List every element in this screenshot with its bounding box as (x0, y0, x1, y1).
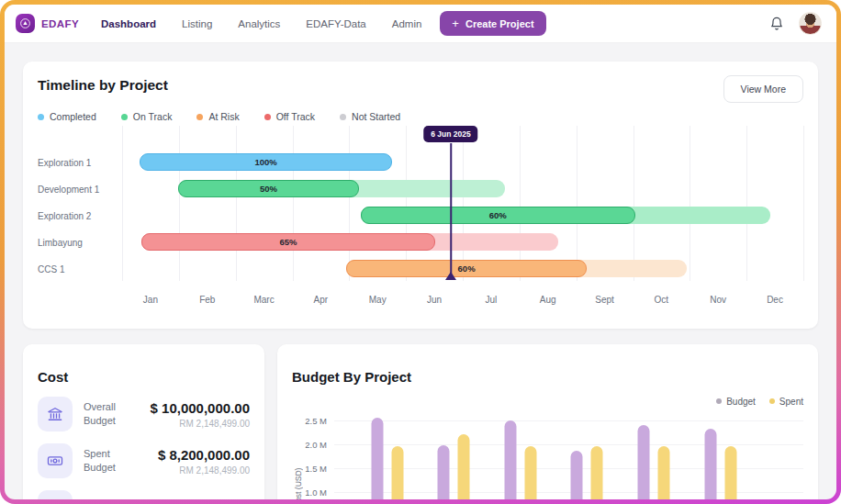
legend-label: Completed (50, 111, 96, 122)
y-tick-label: 1.5 M (305, 463, 327, 473)
legend-item-not-started: Not Started (340, 111, 400, 122)
nav-item-admin[interactable]: Admin (392, 18, 422, 29)
month-label-feb: Feb (179, 295, 236, 305)
gantt-row-label: Limbayung (38, 230, 122, 256)
budget-legend-dot-spent (769, 398, 775, 404)
month-label-jan: Jan (122, 295, 179, 305)
view-more-button[interactable]: View More (723, 75, 803, 103)
gantt-plot-area: 100%50%60%65%60% JanFebMarcAprMayJunJulA… (122, 126, 803, 305)
legend-dot-not-started (340, 114, 346, 120)
nav-menu: DashboardListingAnalyticsEDAFY-DataAdmin (101, 18, 421, 29)
app-window-frame: EDAFY DashboardListingAnalyticsEDAFY-Dat… (0, 0, 841, 504)
month-label-oct: Oct (633, 295, 690, 305)
gantt-bar-progress-label: 100% (254, 157, 276, 167)
create-project-label: Create Project (465, 18, 534, 29)
create-project-button[interactable]: + Create Project (440, 11, 545, 36)
month-label-dec: Dec (746, 295, 803, 305)
legend-label: At Risk (208, 111, 239, 122)
gantt-row-label: Exploration 2 (38, 203, 122, 230)
month-label-jul: Jul (463, 295, 520, 305)
nav-item-dashboard[interactable]: Dashboard (101, 18, 156, 29)
date-marker-badge: 6 Jun 2025 (423, 126, 477, 142)
cost-rows: Overall Budget$ 10,000,000.00RM 2,148,49… (38, 397, 250, 499)
timeline-title: Timeline by Project (38, 77, 168, 94)
bar-spent-3[interactable] (524, 446, 536, 499)
gantt-bar-exploration-1[interactable]: 100% (140, 153, 392, 171)
bar-group-3 (504, 407, 536, 499)
gantt-row-label: Development 1 (38, 176, 122, 203)
budget-legend: BudgetSpent (292, 397, 803, 407)
gantt-row-limbayung: 65% (122, 230, 803, 256)
budget-title: Budget By Project (292, 369, 803, 385)
budget-by-project-card: Budget By Project BudgetSpent Cost (USD)… (277, 344, 818, 499)
bar-spent-2[interactable] (458, 434, 470, 499)
gantt-month-axis: JanFebMarcAprMayJunJulAugSeptOctNovDec (122, 295, 803, 305)
month-label-aug: Aug (520, 295, 577, 305)
nav-item-listing[interactable]: Listing (182, 18, 212, 29)
bar-spent-4[interactable] (591, 446, 603, 499)
legend-label: Off Track (276, 111, 315, 122)
month-label-sept: Sept (577, 295, 634, 305)
month-label-apr: Apr (292, 295, 349, 305)
cost-rm-value: RM 2,148,499.00 (158, 465, 250, 476)
gantt-bar-progress-label: 60% (489, 210, 507, 220)
budget-y-axis-ticks: 2.5 M2.0 M1.5 M1.0 M (305, 407, 334, 499)
cost-row-label: Overall Budget (84, 400, 140, 430)
brand[interactable]: EDAFY (16, 14, 79, 33)
bar-spent-6[interactable] (724, 446, 736, 499)
nav-item-edafy-data[interactable]: EDAFY-Data (306, 18, 365, 29)
bar-budget-6[interactable] (704, 429, 716, 499)
gantt-bar-progress-label: 60% (458, 263, 476, 274)
y-tick-label: 1.0 M (305, 487, 327, 497)
timeline-legend: CompletedOn TrackAt RiskOff TrackNot Sta… (38, 111, 803, 122)
bar-budget-2[interactable] (438, 445, 450, 499)
budget-plot-area (334, 407, 803, 499)
legend-item-at-risk: At Risk (196, 111, 239, 122)
gantt-bar-exploration-2[interactable]: 60% (361, 207, 635, 224)
plus-icon: + (452, 17, 459, 29)
bar-budget-3[interactable] (504, 420, 516, 499)
nav-item-analytics[interactable]: Analytics (238, 18, 280, 29)
bar-group-5 (637, 407, 669, 499)
gantt-row-development-1: 50% (122, 176, 803, 203)
gantt-rows: 100%50%60%65%60% (122, 150, 803, 283)
legend-dot-off-track (264, 114, 271, 120)
cost-rm-value: RM 2,148,499.00 (151, 419, 250, 429)
bar-budget-5[interactable] (637, 425, 649, 499)
bar-budget-4[interactable] (571, 451, 583, 499)
month-label-jun: Jun (406, 295, 463, 305)
bank-icon (38, 397, 73, 431)
month-label-may: May (349, 295, 406, 305)
bar-budget-1[interactable] (371, 418, 383, 499)
gantt-bar-limbayung[interactable]: 65% (141, 233, 436, 251)
bottom-cards-row: Cost Overall Budget$ 10,000,000.00RM 2,1… (23, 344, 818, 499)
banknote-icon (38, 443, 73, 478)
legend-dot-at-risk (196, 114, 203, 120)
budget-plot-wrap: Cost (USD) 2.5 M2.0 M1.5 M1.0 M (292, 407, 803, 499)
gantt-bar-development-1[interactable]: 50% (178, 180, 359, 197)
dashboard-content: Timeline by Project View More CompletedO… (5, 43, 836, 499)
gantt-bar-progress-label: 65% (280, 237, 297, 247)
legend-item-off-track: Off Track (264, 111, 315, 122)
notifications-bell-icon[interactable] (769, 17, 784, 31)
bar-spent-1[interactable] (391, 446, 403, 499)
user-avatar[interactable] (799, 12, 822, 35)
budget-legend-dot-budget (716, 398, 722, 404)
cost-row-values: $ 8,200,000.00RM 2,148,499.00 (158, 447, 250, 476)
bar-spent-5[interactable] (657, 446, 669, 499)
gantt-row-labels: Exploration 1Development 1Exploration 2L… (38, 126, 122, 305)
gantt-bar-ccs-1[interactable]: 60% (346, 260, 587, 277)
bar-group-6 (704, 407, 736, 499)
legend-label: On Track (133, 111, 173, 122)
budget-legend-label: Spent (779, 397, 803, 407)
timeline-card-header: Timeline by Project View More (38, 75, 803, 103)
legend-label: Not Started (352, 111, 400, 122)
gantt-chart: Exploration 1Development 1Exploration 2L… (38, 126, 803, 305)
gantt-row-exploration-1: 100% (122, 150, 803, 176)
gantt-row-label: CCS 1 (38, 256, 122, 283)
navbar-actions (769, 12, 822, 35)
cost-usd-value: $ 8,200,000.00 (158, 447, 250, 463)
bar-group-4 (571, 407, 603, 499)
cost-usd-value: $ 10,000,000.00 (151, 400, 250, 416)
legend-item-completed: Completed (38, 111, 96, 122)
